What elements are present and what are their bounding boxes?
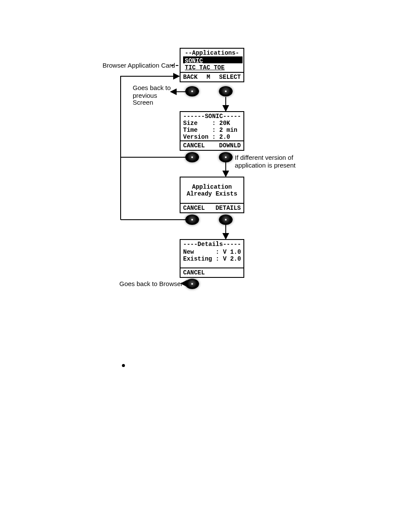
button-screen4-cancel[interactable] <box>185 279 199 289</box>
screen4-existing: Existing : V 2.0 <box>183 255 241 262</box>
screen4-new: New : V 1.0 <box>183 249 241 255</box>
screen1-sk-back[interactable]: BACK <box>183 74 198 81</box>
screen-sonic-info: ------SONIC----- Size : 20K Time : 2 min… <box>180 111 244 151</box>
button-screen1-back[interactable] <box>185 86 199 96</box>
bullet-dot <box>122 364 125 367</box>
screen4-sk-cancel[interactable]: CANCEL <box>183 269 205 276</box>
screen2-time: Time : 2 min <box>183 127 237 134</box>
screen2-sk-downld[interactable]: DOWNLD <box>219 142 241 149</box>
screen1-sk-m[interactable]: M <box>206 74 210 81</box>
screen-applications: --Applications-- SONIC TIC TAC TOE BACK … <box>180 48 244 82</box>
screen-details: ----Details----- New : V 1.0 Existing : … <box>180 239 244 278</box>
label-diff-version-line2: application is present <box>235 162 296 169</box>
label-goes-back-browser: Goes back to Browser <box>119 280 183 287</box>
screen3-line2: Already Exists <box>181 190 243 197</box>
button-screen2-downld[interactable] <box>219 152 233 162</box>
screen3-line1: Application <box>181 184 243 190</box>
button-screen2-cancel[interactable] <box>185 152 199 162</box>
screen1-item-sonic[interactable]: SONIC <box>183 57 203 64</box>
label-goes-back-prev-line1: Goes back to <box>133 84 171 91</box>
screen2-sk-cancel[interactable]: CANCEL <box>183 142 205 149</box>
label-goes-back-prev-line3: Screen <box>133 99 153 106</box>
screen-already-exists: Application Already Exists CANCEL DETAIL… <box>180 177 244 213</box>
screen1-softkeys: BACK M SELECT <box>181 72 243 81</box>
screen2-version: Version : 2.0 <box>183 134 230 140</box>
screen1-sk-select[interactable]: SELECT <box>219 74 241 81</box>
screen2-size: Size : 20K <box>183 120 230 127</box>
screen1-item-tictactoe[interactable]: TIC TAC TOE <box>185 64 224 71</box>
label-diff-version-line1: If different version of <box>235 154 293 161</box>
screen3-softkeys: CANCEL DETAILS <box>181 203 243 212</box>
button-screen3-details[interactable] <box>219 215 233 225</box>
label-browser-app-card: Browser Application Card <box>103 62 175 69</box>
screen3-sk-cancel[interactable]: CANCEL <box>183 205 205 212</box>
label-goes-back-prev-line2: previous <box>133 92 157 99</box>
diagram-stage: Browser Application Card Goes back to pr… <box>0 0 411 532</box>
screen4-softkeys: CANCEL <box>181 268 243 277</box>
screen3-sk-details[interactable]: DETAILS <box>215 205 241 212</box>
screen4-title: ----Details----- <box>183 241 241 248</box>
screen2-softkeys: CANCEL DOWNLD <box>181 140 243 150</box>
button-screen1-select[interactable] <box>219 86 233 96</box>
button-screen3-cancel[interactable] <box>185 215 199 225</box>
screen2-title: ------SONIC----- <box>183 113 241 120</box>
